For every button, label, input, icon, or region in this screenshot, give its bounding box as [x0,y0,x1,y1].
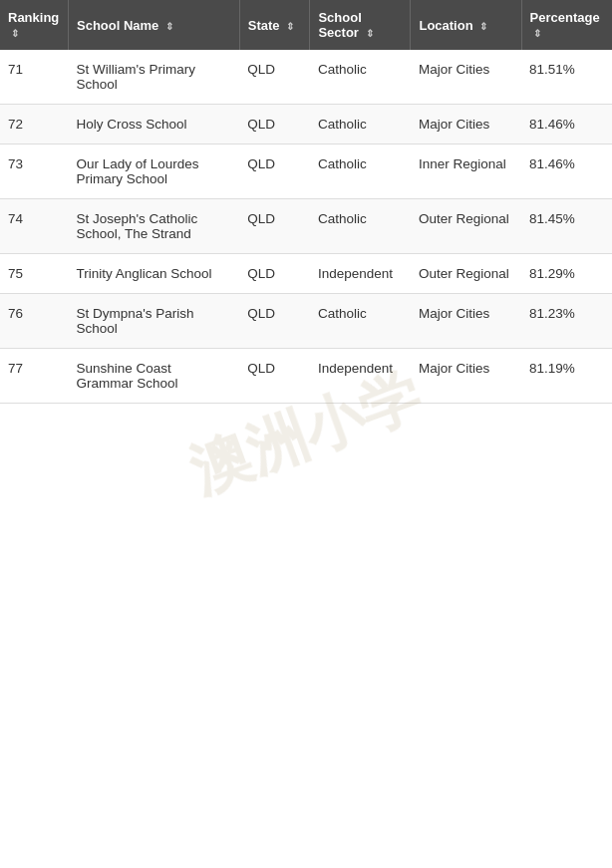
col-state-label: State [248,18,280,33]
cell-ranking: 73 [0,145,68,199]
col-location-label: Location [419,18,472,33]
cell-state: QLD [239,294,310,349]
cell-location: Major Cities [411,349,521,404]
cell-location: Outer Regional [411,254,521,294]
cell-ranking: 74 [0,199,68,254]
cell-school-name: Our Lady of Lourdes Primary School [68,145,239,199]
cell-school-sector: Catholic [310,199,411,254]
cell-school-sector: Catholic [310,105,411,145]
cell-school-name: St Dympna's Parish School [68,294,239,349]
cell-location: Major Cities [411,294,521,349]
col-location[interactable]: Location ⇕ [411,0,521,50]
table-header: Ranking ⇕ School Name ⇕ State ⇕ School S… [0,0,612,50]
cell-school-sector: Independent [310,254,411,294]
col-percentage[interactable]: Percentage ⇕ [521,0,612,50]
cell-state: QLD [239,199,310,254]
cell-ranking: 77 [0,349,68,404]
cell-school-sector: Independent [310,349,411,404]
col-school-sector[interactable]: School Sector ⇕ [310,0,411,50]
cell-school-name: Sunshine Coast Grammar School [68,349,239,404]
col-school-sector-label: School Sector [318,10,361,40]
cell-percentage: 81.23% [521,294,612,349]
col-location-sort-icon: ⇕ [479,21,487,32]
col-percentage-label: Percentage [530,10,600,25]
col-ranking[interactable]: Ranking ⇕ [0,0,68,50]
cell-ranking: 76 [0,294,68,349]
cell-state: QLD [239,105,310,145]
cell-percentage: 81.29% [521,254,612,294]
cell-school-name: St Joseph's Catholic School, The Strand [68,199,239,254]
table-body: 71St William's Primary SchoolQLDCatholic… [0,50,612,404]
cell-ranking: 72 [0,105,68,145]
col-state-sort-icon: ⇕ [286,21,294,32]
cell-state: QLD [239,50,310,105]
col-ranking-label: Ranking [8,10,59,25]
table-row: 77Sunshine Coast Grammar SchoolQLDIndepe… [0,349,612,404]
col-percentage-sort-icon: ⇕ [533,28,541,39]
table-row: 72Holy Cross SchoolQLDCatholicMajor Citi… [0,105,612,145]
cell-state: QLD [239,254,310,294]
cell-location: Inner Regional [411,145,521,199]
cell-state: QLD [239,349,310,404]
col-school-name-sort-icon: ⇕ [165,21,173,32]
cell-state: QLD [239,145,310,199]
cell-school-name: Holy Cross School [68,105,239,145]
col-ranking-sort-icon: ⇕ [11,28,19,39]
rankings-table: Ranking ⇕ School Name ⇕ State ⇕ School S… [0,0,612,404]
cell-school-name: Trinity Anglican School [68,254,239,294]
cell-location: Major Cities [411,105,521,145]
cell-percentage: 81.51% [521,50,612,105]
cell-percentage: 81.45% [521,199,612,254]
cell-school-sector: Catholic [310,50,411,105]
cell-percentage: 81.46% [521,145,612,199]
cell-location: Outer Regional [411,199,521,254]
col-state[interactable]: State ⇕ [239,0,310,50]
cell-school-name: St William's Primary School [68,50,239,105]
col-school-name-label: School Name [77,18,158,33]
table-row: 73Our Lady of Lourdes Primary SchoolQLDC… [0,145,612,199]
cell-percentage: 81.19% [521,349,612,404]
cell-school-sector: Catholic [310,145,411,199]
cell-percentage: 81.46% [521,105,612,145]
table-row: 71St William's Primary SchoolQLDCatholic… [0,50,612,105]
cell-ranking: 75 [0,254,68,294]
col-school-sector-sort-icon: ⇕ [366,28,374,39]
table-row: 74St Joseph's Catholic School, The Stran… [0,199,612,254]
col-school-name[interactable]: School Name ⇕ [68,0,239,50]
cell-location: Major Cities [411,50,521,105]
table-row: 75Trinity Anglican SchoolQLDIndependentO… [0,254,612,294]
cell-ranking: 71 [0,50,68,105]
cell-school-sector: Catholic [310,294,411,349]
table-row: 76St Dympna's Parish SchoolQLDCatholicMa… [0,294,612,349]
